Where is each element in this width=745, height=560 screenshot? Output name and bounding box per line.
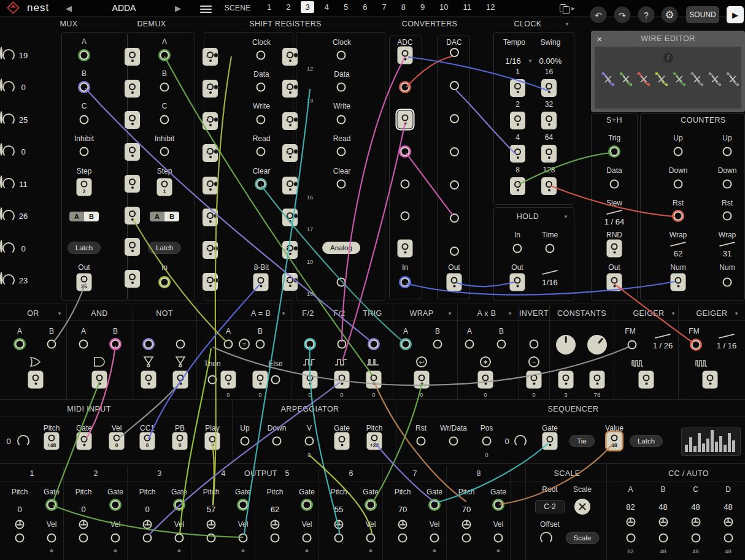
pitch-knob[interactable]: [334, 520, 344, 529]
pitch-knob[interactable]: [398, 520, 407, 529]
pitch-port[interactable]: [207, 534, 216, 543]
f2b-in-port[interactable]: [338, 340, 347, 349]
dac-port[interactable]: [450, 147, 459, 156]
wire-chip[interactable]: [708, 71, 722, 87]
clock-division-port[interactable]: [510, 177, 525, 195]
f2a-in-port[interactable]: [306, 340, 315, 349]
chevron-down-icon[interactable]: ▼: [281, 311, 286, 316]
analog-toggle-button[interactable]: Analog: [322, 242, 360, 254]
cc-port[interactable]: [626, 534, 635, 543]
input-knob[interactable]: [2, 145, 15, 158]
cc-knob[interactable]: [691, 518, 700, 527]
sh-trig-port[interactable]: [610, 147, 619, 156]
geiger2-out-port[interactable]: [703, 371, 718, 389]
demux-output-port[interactable]: [125, 111, 140, 129]
demux-c-port[interactable]: [160, 115, 169, 125]
vel-port[interactable]: [366, 534, 376, 543]
sr1-data-port[interactable]: [257, 83, 266, 92]
demux-output-port[interactable]: [125, 80, 140, 98]
midi-vel-port[interactable]: 0: [109, 432, 125, 450]
info-icon[interactable]: i: [663, 53, 673, 63]
wire-chip[interactable]: [725, 71, 740, 87]
demux-output-port[interactable]: [125, 48, 140, 66]
adc-port[interactable]: [398, 240, 413, 258]
aeqb-a-port[interactable]: [224, 340, 233, 349]
menu-icon[interactable]: [200, 4, 212, 15]
arp-up-port[interactable]: [241, 437, 250, 446]
demux-output-port[interactable]: [125, 270, 140, 288]
scene-button[interactable]: 9: [416, 1, 429, 13]
clock-division-port[interactable]: [541, 177, 557, 195]
sr-row-mini-port[interactable]: [293, 85, 298, 90]
geiger2-rate-dial[interactable]: [719, 334, 735, 339]
trig-in-port[interactable]: [369, 340, 379, 349]
input-knob[interactable]: [2, 49, 15, 61]
scene-button[interactable]: 8: [397, 1, 410, 13]
pitch-port[interactable]: [79, 534, 88, 543]
close-icon[interactable]: ×: [597, 34, 603, 44]
counter1-up-port[interactable]: [674, 147, 683, 156]
wrap-b-port[interactable]: [433, 340, 442, 349]
cc-knob[interactable]: [626, 518, 635, 527]
sr-row-mini-port[interactable]: [214, 246, 218, 251]
sh-data-port[interactable]: [610, 180, 619, 189]
gate-port[interactable]: [303, 501, 312, 510]
mux-latch-button[interactable]: Latch: [68, 242, 101, 254]
seq-knob[interactable]: [514, 435, 527, 447]
pitch-knob[interactable]: [462, 520, 471, 529]
help-button[interactable]: ?: [638, 7, 655, 23]
scene-button[interactable]: 6: [358, 1, 371, 13]
not2-in-port[interactable]: [176, 340, 185, 349]
sr-row-mini-port[interactable]: [214, 213, 218, 218]
sr2-data-port[interactable]: [337, 83, 346, 92]
scene-button[interactable]: 5: [339, 1, 352, 13]
demux-output-port[interactable]: [125, 175, 140, 193]
input-knob[interactable]: [2, 178, 15, 190]
adc-in-port[interactable]: [401, 278, 410, 287]
sr2-read-port[interactable]: [337, 147, 346, 156]
arp-gate-port[interactable]: [334, 432, 350, 450]
input-knob[interactable]: [2, 242, 15, 255]
wire-chip[interactable]: [619, 71, 633, 87]
toggle-b[interactable]: B: [84, 212, 99, 221]
undo-button[interactable]: ↶: [590, 7, 607, 23]
sh-rnd-port[interactable]: [607, 240, 622, 258]
demux-b-port[interactable]: [160, 83, 169, 92]
pitch-port[interactable]: [398, 534, 407, 543]
offset-knob[interactable]: [540, 532, 552, 544]
input-knob[interactable]: [2, 113, 15, 126]
chevron-down-icon[interactable]: ▼: [734, 311, 739, 316]
sr2-clear-port[interactable]: [337, 180, 346, 189]
mux-ab-toggle[interactable]: AB: [69, 212, 99, 221]
play-button[interactable]: ▶: [727, 6, 744, 23]
not1-in-port[interactable]: [144, 340, 153, 349]
wire-chip[interactable]: [672, 71, 687, 87]
midi-cc1-port[interactable]: 0: [140, 432, 155, 450]
mux-inhibit-port[interactable]: [80, 147, 89, 156]
gate-port[interactable]: [430, 501, 439, 510]
dac-port[interactable]: [450, 180, 459, 190]
midi-pitch-port[interactable]: +48: [44, 432, 60, 450]
counter1-rst-port[interactable]: [674, 212, 683, 221]
vel-port[interactable]: [239, 534, 248, 543]
sr-row-mini-port[interactable]: [293, 117, 298, 122]
root-select[interactable]: C-2: [535, 500, 565, 513]
cc-port[interactable]: [658, 534, 668, 543]
sh-out-port[interactable]: [607, 274, 622, 291]
scale-tools-button[interactable]: [574, 499, 590, 515]
chevron-down-icon[interactable]: ▼: [563, 214, 568, 220]
preset-prev-button[interactable]: ◀: [66, 4, 72, 13]
midi-gate-port[interactable]: [77, 432, 92, 450]
mux-out-port[interactable]: 25: [77, 274, 92, 291]
input-knob[interactable]: [2, 81, 15, 93]
vel-port[interactable]: [175, 534, 184, 543]
f2b-out-port[interactable]: [334, 371, 350, 389]
invert-out-port[interactable]: [527, 371, 542, 389]
preset-name[interactable]: ADDA: [112, 3, 136, 13]
counter1-num-port[interactable]: [671, 274, 686, 291]
demux-output-port[interactable]: [125, 207, 140, 224]
scene-button[interactable]: 2: [282, 1, 295, 13]
clock-division-port[interactable]: [541, 79, 557, 97]
wire-chip[interactable]: [636, 71, 651, 87]
sr1-clock-port[interactable]: [257, 51, 266, 60]
